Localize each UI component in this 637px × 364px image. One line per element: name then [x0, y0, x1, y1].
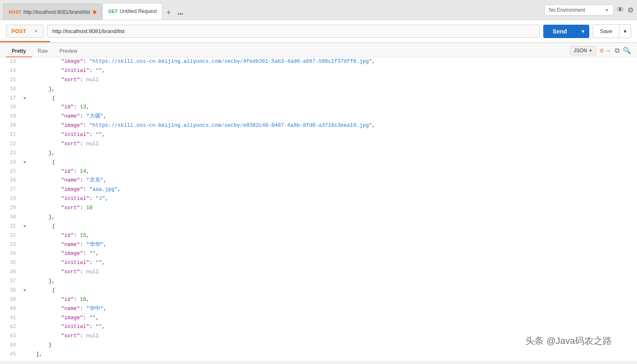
table-row: 43 "sort": null — [0, 332, 637, 341]
tab-method-get: GET — [108, 9, 118, 14]
table-row: 18 "id": 13, — [0, 103, 637, 112]
table-row: 13 "image": "https://sklll.oss-cn-beijin… — [0, 57, 637, 67]
copy-icon: ⧉ — [615, 47, 619, 54]
send-button[interactable]: Send — [543, 25, 576, 38]
method-label: POST — [11, 28, 26, 34]
table-row: 36 "sort": null — [0, 268, 637, 277]
table-row: 16 }, — [0, 85, 637, 94]
table-row: 35 "initial": "", — [0, 259, 637, 268]
tab-pretty[interactable]: Pretty — [6, 46, 32, 57]
save-button[interactable]: Save — [593, 24, 619, 38]
copy-icon-button[interactable]: ⧉ — [615, 47, 619, 54]
env-label: No Environment — [549, 7, 585, 13]
table-row: 45 ], — [0, 350, 637, 359]
new-tab-button[interactable]: + — [163, 7, 175, 19]
save-dropdown-button[interactable]: ▼ — [619, 24, 631, 38]
table-row: 31▼ { — [0, 222, 637, 231]
table-row: 40 "name": "华中", — [0, 305, 637, 314]
table-row: 28 "initial": "J", — [0, 195, 637, 204]
tab-preview[interactable]: Preview — [54, 46, 83, 57]
code-view[interactable]: 13 "image": "https://sklll.oss-cn-beijin… — [0, 57, 637, 361]
table-row: 19 "name": "大疆", — [0, 112, 637, 121]
table-row: 15 "sort": null — [0, 76, 637, 85]
json-format-chevron-icon: ▼ — [589, 49, 593, 53]
table-row: 41 "image": "", — [0, 314, 637, 323]
search-icon: 🔍 — [623, 47, 631, 54]
table-row: 37 }, — [0, 277, 637, 286]
table-row: 30 }, — [0, 213, 637, 222]
wrap-icon: ≡→ — [599, 46, 611, 55]
table-row: 38▼ { — [0, 286, 637, 295]
table-row: 17▼ { — [0, 94, 637, 103]
active-tab-indicator — [0, 41, 50, 42]
more-tabs-button[interactable]: ••• — [174, 9, 187, 19]
table-row: 42 "initial": "", — [0, 323, 637, 332]
table-row: 22 "sort": null — [0, 140, 637, 149]
tab-raw[interactable]: Raw — [32, 46, 54, 57]
table-row: 44 } — [0, 341, 637, 350]
table-row: 29 "sort": 10 — [0, 204, 637, 213]
method-chevron-icon: ▼ — [34, 29, 38, 33]
json-format-label: JSON — [574, 48, 587, 54]
response-area: Pretty Raw Preview JSON ▼ ≡→ ⧉ 🔍 — [0, 43, 637, 361]
url-input[interactable] — [47, 25, 540, 38]
wrap-icon-button[interactable]: ≡→ — [599, 47, 611, 54]
tab-title-untitled: Untitled Request — [120, 8, 157, 14]
table-row: 34 "image": "", — [0, 249, 637, 259]
eye-icon-button[interactable]: 👁 — [617, 6, 624, 14]
settings-icon-button[interactable]: ⚙ — [627, 6, 634, 15]
method-select[interactable]: POST ▼ — [6, 25, 44, 38]
table-row: 23 }, — [0, 149, 637, 158]
tab-post[interactable]: POST http://localhost:8081/brand/list — [3, 4, 102, 20]
environment-select[interactable]: No Environment ▼ — [545, 5, 614, 15]
env-chevron-icon: ▼ — [605, 8, 609, 13]
table-row: 25 "id": 14, — [0, 167, 637, 177]
table-row: 32 "id": 15, — [0, 231, 637, 241]
table-row: 46 "code": 20000, — [0, 359, 637, 361]
table-row: 39 "id": 16, — [0, 295, 637, 305]
table-row: 26 "name": "京东", — [0, 176, 637, 185]
table-row: 24▼ { — [0, 158, 637, 167]
tab-method-post: POST — [9, 10, 21, 15]
table-row: 14 "initial": "", — [0, 67, 637, 76]
send-dropdown-button[interactable]: ▼ — [576, 25, 590, 38]
tab-dot-post — [93, 10, 96, 14]
table-row: 21 "initial": "", — [0, 131, 637, 140]
response-tabs-bar: Pretty Raw Preview JSON ▼ ≡→ ⧉ 🔍 — [0, 43, 637, 57]
request-bar: POST ▼ Send ▼ Save ▼ — [0, 20, 637, 43]
tab-get-untitled[interactable]: GET Untitled Request — [103, 3, 162, 20]
table-row: 20 "image": "https://sklll.oss-cn-beijin… — [0, 121, 637, 131]
tab-url-post: http://localhost:8081/brand/list — [23, 9, 90, 15]
search-icon-button[interactable]: 🔍 — [623, 46, 631, 54]
table-row: 27 "image": "aaa.jpg", — [0, 185, 637, 195]
table-row: 33 "name": "华华", — [0, 241, 637, 250]
json-format-button[interactable]: JSON ▼ — [570, 46, 596, 55]
